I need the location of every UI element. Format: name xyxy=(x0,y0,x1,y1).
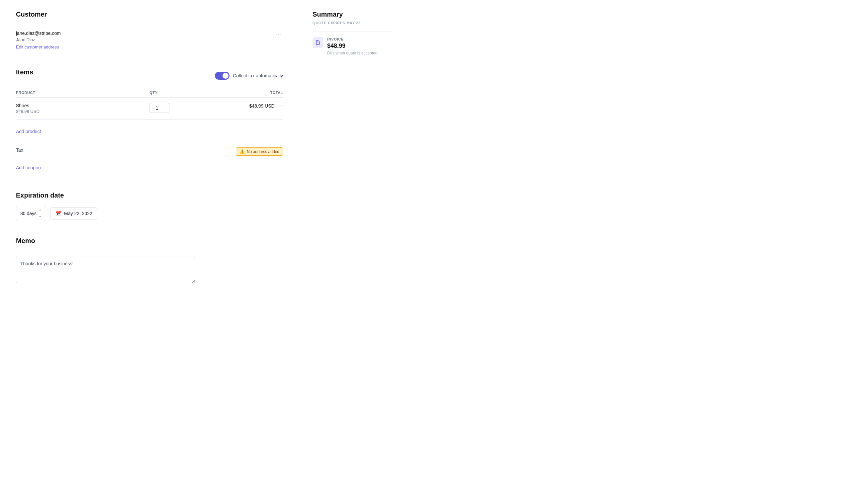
customer-card: jane.diaz@stripe.com Jane Diaz Edit cust… xyxy=(16,25,283,55)
product-name: Shoes xyxy=(16,103,149,108)
expiration-controls: 30 days ⌃⌄ 📅 May 22, 2022 xyxy=(16,206,283,221)
collect-tax-label: Collect tax automatically xyxy=(233,73,283,78)
tax-qty-cell xyxy=(149,143,203,160)
no-address-badge: ⚠️ No address added xyxy=(236,147,283,156)
days-value: 30 days xyxy=(20,211,37,216)
warning-icon: ⚠️ xyxy=(240,149,245,154)
collect-tax-toggle-row: Collect tax automatically xyxy=(215,72,283,80)
table-row: Shoes $48.99 USD $48.99 USD ··· xyxy=(16,97,283,120)
row-more-options-button[interactable]: ··· xyxy=(279,103,283,109)
items-header: Items Collect tax automatically xyxy=(16,68,283,83)
date-picker[interactable]: 📅 May 22, 2022 xyxy=(50,208,97,219)
total-cell: $48.99 USD ··· xyxy=(203,97,283,120)
customer-email: jane.diaz@stripe.com xyxy=(16,31,61,36)
memo-section-title: Memo xyxy=(16,237,283,245)
total-amount: $48.99 USD xyxy=(249,103,275,109)
invoice-subtitle: Bills when quote is accepted xyxy=(327,51,377,55)
invoice-details: INVOICE $48.99 Bills when quote is accep… xyxy=(327,37,377,55)
customer-info: jane.diaz@stripe.com Jane Diaz Edit cust… xyxy=(16,31,61,50)
expiration-section-title: Expiration date xyxy=(16,192,283,199)
coupon-row: Add coupon xyxy=(16,160,283,176)
items-section-title: Items xyxy=(16,68,33,76)
tax-label: Tax xyxy=(16,147,23,153)
memo-textarea[interactable]: Thanks for your business! xyxy=(16,257,195,283)
invoice-card: INVOICE $48.99 Bills when quote is accep… xyxy=(313,32,392,61)
customer-section-title: Customer xyxy=(16,11,283,18)
column-header-total: TOTAL xyxy=(203,88,283,97)
add-coupon-link[interactable]: Add coupon xyxy=(16,165,41,170)
invoice-icon xyxy=(313,37,323,48)
coupon-cell: Add coupon xyxy=(16,160,283,176)
product-cell: Shoes $48.99 USD xyxy=(16,97,149,120)
tax-row: Tax ⚠️ No address added xyxy=(16,143,283,160)
tax-badge-cell: ⚠️ No address added xyxy=(203,143,283,160)
summary-title: Summary xyxy=(313,11,392,18)
document-icon xyxy=(315,40,320,45)
chevron-icon: ⌃⌄ xyxy=(38,209,42,218)
qty-cell xyxy=(149,97,203,120)
column-header-qty: QTY xyxy=(149,88,203,97)
tax-label-cell: Tax xyxy=(16,143,149,160)
date-value: May 22, 2022 xyxy=(64,211,92,216)
add-product-link[interactable]: Add product xyxy=(16,125,41,138)
invoice-label: INVOICE xyxy=(327,37,377,41)
product-price: $48.99 USD xyxy=(16,109,149,114)
expiration-section: Expiration date 30 days ⌃⌄ 📅 May 22, 202… xyxy=(16,192,283,221)
edit-customer-address-link[interactable]: Edit customer address xyxy=(16,44,59,50)
customer-more-options-button[interactable]: ··· xyxy=(274,31,283,39)
sidebar: Summary QUOTE EXPIRES MAY 22 INVOICE $48… xyxy=(299,0,405,504)
customer-name: Jane Diaz xyxy=(16,37,61,42)
items-table: PRODUCT QTY TOTAL Shoes $48.99 USD xyxy=(16,88,283,176)
invoice-amount: $48.99 xyxy=(327,42,377,50)
memo-section: Memo Thanks for your business! xyxy=(16,237,283,284)
column-header-product: PRODUCT xyxy=(16,88,149,97)
add-product-cell: Add product xyxy=(16,120,283,144)
qty-input[interactable] xyxy=(149,103,170,113)
days-select[interactable]: 30 days ⌃⌄ xyxy=(16,206,46,221)
calendar-icon: 📅 xyxy=(55,211,61,216)
quote-expires-label: QUOTE EXPIRES MAY 22 xyxy=(313,21,392,25)
collect-tax-toggle[interactable] xyxy=(215,72,230,80)
add-product-row: Add product xyxy=(16,120,283,144)
no-address-text: No address added xyxy=(247,149,279,154)
